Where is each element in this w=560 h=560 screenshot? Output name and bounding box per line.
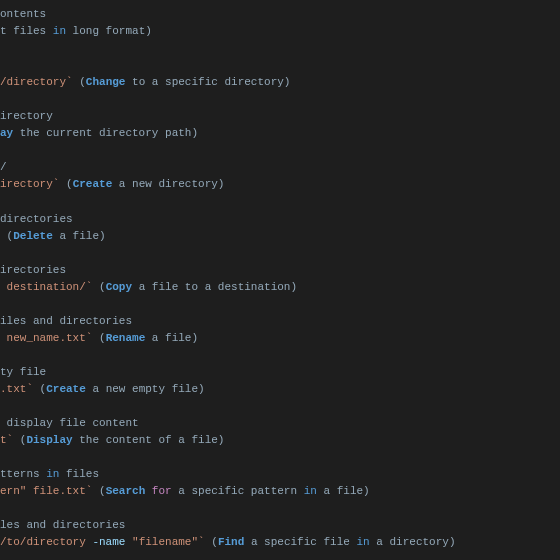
code-line: t files in long format) [0, 23, 560, 40]
code-line [0, 398, 560, 415]
code-token: display file content [0, 417, 139, 429]
code-line [0, 552, 560, 561]
code-token: irectories [0, 264, 66, 276]
code-token: les and directories [0, 519, 125, 531]
code-token: files [59, 468, 99, 480]
code-token: ontents [0, 8, 46, 20]
code-token: in [304, 485, 317, 497]
code-line: display file content [0, 415, 560, 432]
code-token: ern" file.txt` [0, 485, 92, 497]
code-line: ontents [0, 6, 560, 23]
code-token: a specific file [244, 536, 356, 548]
code-line [0, 142, 560, 159]
code-token: Display [26, 434, 72, 446]
code-token: ty file [0, 366, 46, 378]
code-token: irectory` [0, 178, 59, 190]
code-token: Search [106, 485, 146, 497]
code-token: the current directory path) [13, 127, 198, 139]
code-token: new_name.txt` [0, 332, 92, 344]
code-line: irectory` (Create a new directory) [0, 176, 560, 193]
code-line: irectories [0, 262, 560, 279]
code-token: directories [0, 213, 73, 225]
code-line [0, 91, 560, 108]
code-token: ay [0, 127, 13, 139]
code-line [0, 449, 560, 466]
code-line: (Delete a file) [0, 228, 560, 245]
code-token: a specific pattern [172, 485, 304, 497]
code-token: Rename [106, 332, 146, 344]
code-line: irectory [0, 108, 560, 125]
code-token: a file) [317, 485, 370, 497]
code-line [0, 500, 560, 517]
code-token: Delete [13, 230, 53, 242]
code-token: the content of a file) [73, 434, 225, 446]
code-token: Find [218, 536, 244, 548]
code-token: ( [59, 178, 72, 190]
code-line [0, 57, 560, 74]
code-token: for [152, 485, 172, 497]
code-line: /directory` (Change to a specific direct… [0, 74, 560, 91]
code-token: "filename" [132, 536, 198, 548]
code-token: a file) [145, 332, 198, 344]
code-token: Copy [106, 281, 132, 293]
code-block: ontentst files in long format) /director… [0, 6, 560, 560]
code-line: t` (Display the content of a file) [0, 432, 560, 449]
code-token: ( [205, 536, 218, 548]
code-line [0, 40, 560, 57]
code-token [145, 485, 152, 497]
code-line: iles and directories [0, 313, 560, 330]
code-token: ( [92, 485, 105, 497]
code-token: a new directory) [112, 178, 224, 190]
code-token: Change [86, 76, 126, 88]
code-token: ( [92, 281, 105, 293]
code-line: new_name.txt` (Rename a file) [0, 330, 560, 347]
code-token: Create [46, 383, 86, 395]
code-token: in [357, 536, 370, 548]
code-token: / [0, 161, 7, 173]
code-token: ( [13, 434, 26, 446]
code-token: tterns [0, 468, 46, 480]
code-line: les and directories [0, 517, 560, 534]
code-line [0, 245, 560, 262]
code-token: in [53, 25, 66, 37]
code-token: /to/directory [0, 536, 92, 548]
code-token: -name [92, 536, 125, 548]
code-token: t files [0, 25, 53, 37]
code-token: a directory) [370, 536, 456, 548]
code-line [0, 194, 560, 211]
code-token: ( [73, 76, 86, 88]
code-line: ty file [0, 364, 560, 381]
code-line [0, 296, 560, 313]
code-token: /directory` [0, 76, 73, 88]
code-token: destination/` [0, 281, 92, 293]
code-token: a new empty file) [86, 383, 205, 395]
code-token: ` [198, 536, 205, 548]
code-token: ( [33, 383, 46, 395]
code-line: ern" file.txt` (Search for a specific pa… [0, 483, 560, 500]
code-line: ay the current directory path) [0, 125, 560, 142]
code-token: irectory [0, 110, 53, 122]
code-line: tterns in files [0, 466, 560, 483]
code-token: ( [0, 230, 13, 242]
code-token: in [46, 468, 59, 480]
code-line: directories [0, 211, 560, 228]
code-token: t` [0, 434, 13, 446]
code-token: a file) [53, 230, 106, 242]
code-token: to a specific directory) [125, 76, 290, 88]
code-line: / [0, 159, 560, 176]
code-token: long format) [66, 25, 152, 37]
code-token: .txt` [0, 383, 33, 395]
code-line [0, 347, 560, 364]
code-line: .txt` (Create a new empty file) [0, 381, 560, 398]
code-line: destination/` (Copy a file to a destinat… [0, 279, 560, 296]
code-token: iles and directories [0, 315, 132, 327]
code-token: ( [92, 332, 105, 344]
code-token: Create [73, 178, 113, 190]
code-line: /to/directory -name "filename"` (Find a … [0, 534, 560, 551]
code-token: a file to a destination) [132, 281, 297, 293]
